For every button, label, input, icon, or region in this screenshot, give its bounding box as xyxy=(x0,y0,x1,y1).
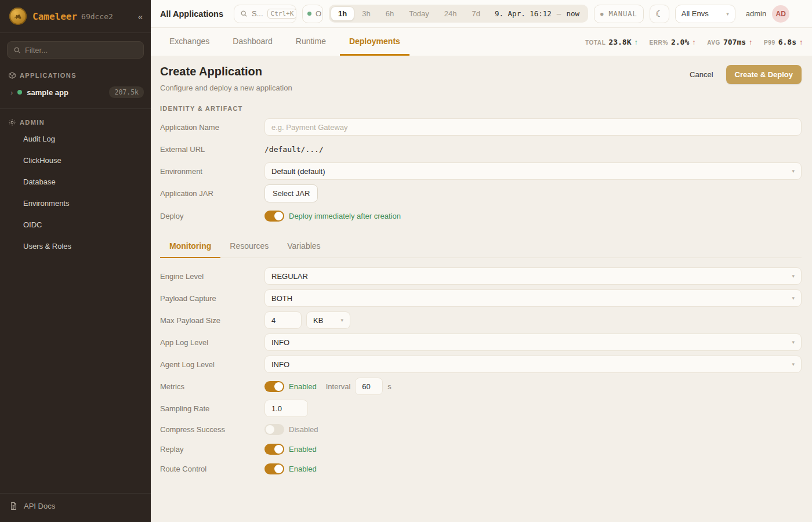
tab-exchanges[interactable]: Exchanges xyxy=(160,28,219,56)
sidebar-header: Cameleer 69dcce2 « xyxy=(0,0,151,33)
trend-up-icon: ↑ xyxy=(635,38,638,46)
range-start: 9. Apr. 16:12 xyxy=(495,9,552,18)
nav-tab-bar: Exchanges Dashboard Runtime Deployments … xyxy=(151,28,812,56)
external-url-value: /default/.../ xyxy=(264,145,324,154)
cancel-button[interactable]: Cancel xyxy=(684,66,719,84)
max-payload-size-label: Max Payload Size xyxy=(160,316,264,325)
environment-dropdown[interactable]: Default (default) ▾ xyxy=(264,162,802,180)
sidebar-item-oidc[interactable]: OIDC xyxy=(0,216,151,234)
api-docs-link[interactable]: API Docs xyxy=(0,493,151,522)
compress-success-toggle[interactable] xyxy=(264,424,284,435)
sidebar-item-clickhouse[interactable]: ClickHouse xyxy=(0,151,151,169)
chevron-down-icon: ▾ xyxy=(792,273,795,279)
replay-toggle[interactable] xyxy=(264,444,284,455)
replay-state: Enabled xyxy=(289,445,317,454)
tab-monitoring[interactable]: Monitoring xyxy=(160,236,220,258)
time-range-3h[interactable]: 3h xyxy=(354,6,378,21)
payload-capture-dropdown[interactable]: BOTH ▾ xyxy=(264,289,802,307)
route-control-state: Enabled xyxy=(289,465,317,473)
payload-unit-value: KB xyxy=(313,316,323,325)
app-name[interactable]: sample app xyxy=(27,88,68,97)
compress-success-state: Disabled xyxy=(289,425,318,434)
manual-mode-dot: ● xyxy=(600,11,604,17)
stat-avg: AVG 707ms ↑ xyxy=(707,38,752,46)
payload-unit-dropdown[interactable]: KB ▾ xyxy=(306,311,350,329)
agent-log-level-row: Agent Log Level INFO ▾ xyxy=(160,356,802,373)
tab-variables[interactable]: Variables xyxy=(278,236,329,258)
stat-err: ERR% 2.0% ↑ xyxy=(650,38,696,46)
environment-label: Environment xyxy=(160,167,264,176)
deploy-label: Deploy xyxy=(160,212,264,220)
app-log-level-label: App Log Level xyxy=(160,338,264,347)
admin-section-header: ADMIN xyxy=(0,109,151,130)
sidebar-item-environments[interactable]: Environments xyxy=(0,194,151,212)
sidebar-item-audit-log[interactable]: Audit Log xyxy=(0,130,151,148)
create-deploy-button[interactable]: Create & Deploy xyxy=(726,65,802,84)
chevron-down-icon: ▾ xyxy=(726,11,729,17)
global-search-button[interactable]: S... Ctrl+K xyxy=(234,5,296,23)
time-range-6h[interactable]: 6h xyxy=(378,6,401,21)
payload-capture-label: Payload Capture xyxy=(160,294,264,303)
time-range-1h[interactable]: 1h xyxy=(331,6,354,21)
sidebar-item-users-roles[interactable]: Users & Roles xyxy=(0,237,151,255)
nav-tabs: Exchanges Dashboard Runtime Deployments xyxy=(160,28,409,56)
username-label: admin xyxy=(746,9,766,18)
environment-select[interactable]: All Envs ▾ xyxy=(675,5,735,23)
interval-input[interactable] xyxy=(355,378,383,395)
metrics-state: Enabled xyxy=(289,382,317,391)
filter-input[interactable]: Filter... xyxy=(7,41,144,59)
search-placeholder: S... xyxy=(252,9,263,18)
stat-total-value: 23.8K xyxy=(608,38,631,46)
online-status-button[interactable]: O xyxy=(302,5,323,23)
online-status-dot xyxy=(307,12,311,16)
sampling-rate-label: Sampling Rate xyxy=(160,404,264,413)
avatar[interactable]: AD xyxy=(772,5,789,23)
stat-err-label: ERR% xyxy=(650,39,668,46)
metrics-toggle[interactable] xyxy=(264,381,284,392)
chevron-right-icon[interactable]: › xyxy=(10,88,13,97)
stat-total: TOTAL 23.8K ↑ xyxy=(585,38,638,46)
filter-placeholder: Filter... xyxy=(25,46,48,55)
sidebar-collapse-icon[interactable]: « xyxy=(138,12,143,21)
sidebar-item-sample-app[interactable]: › sample app 207.5k xyxy=(0,83,151,102)
time-range-selector: 1h 3h 6h Today 24h 7d 9. Apr. 16:12 – no… xyxy=(329,5,588,23)
refresh-mode-button[interactable]: ● MANUAL xyxy=(594,5,644,23)
route-control-toggle[interactable] xyxy=(264,463,284,474)
time-range-24h[interactable]: 24h xyxy=(437,6,465,21)
agent-log-level-dropdown[interactable]: INFO ▾ xyxy=(264,356,802,373)
api-docs-label: API Docs xyxy=(24,502,55,510)
engine-level-row: Engine Level REGULAR ▾ xyxy=(160,267,802,285)
deploy-toggle[interactable] xyxy=(264,211,284,222)
environment-dropdown-value: Default (default) xyxy=(271,167,325,176)
main-area: All Applications S... Ctrl+K O 1h 3h 6h … xyxy=(151,0,812,522)
payload-capture-row: Payload Capture BOTH ▾ xyxy=(160,289,802,307)
max-payload-size-input[interactable] xyxy=(264,311,302,329)
time-range-display[interactable]: 9. Apr. 16:12 – now xyxy=(488,9,586,18)
time-range-7d[interactable]: 7d xyxy=(465,6,488,21)
sampling-rate-input[interactable] xyxy=(264,400,308,417)
interval-label: Interval xyxy=(326,382,351,391)
app-log-level-dropdown[interactable]: INFO ▾ xyxy=(264,334,802,351)
application-name-input[interactable] xyxy=(264,118,802,136)
tab-resources[interactable]: Resources xyxy=(220,236,278,258)
chevron-down-icon: ▾ xyxy=(340,317,343,323)
sidebar-item-database[interactable]: Database xyxy=(0,173,151,191)
select-jar-button[interactable]: Select JAR xyxy=(264,184,318,202)
time-range-today[interactable]: Today xyxy=(401,6,437,21)
interval-unit: s xyxy=(387,382,392,391)
app-log-level-value: INFO xyxy=(271,338,289,347)
chevron-down-icon: ▾ xyxy=(792,339,795,345)
tab-deployments[interactable]: Deployments xyxy=(340,28,409,56)
sidebar: Cameleer 69dcce2 « Filter... APPLICATION… xyxy=(0,0,151,522)
trend-up-icon: ↑ xyxy=(799,38,803,46)
stat-p99: P99 6.8s ↑ xyxy=(764,38,803,46)
tab-dashboard[interactable]: Dashboard xyxy=(223,28,282,56)
engine-level-dropdown[interactable]: REGULAR ▾ xyxy=(264,267,802,285)
dark-mode-toggle[interactable]: ☾ xyxy=(650,5,669,23)
agent-log-level-label: Agent Log Level xyxy=(160,360,264,369)
page-context-title: All Applications xyxy=(160,9,223,19)
chevron-down-icon: ▾ xyxy=(792,361,795,367)
tab-runtime[interactable]: Runtime xyxy=(287,28,335,56)
app-status-dot xyxy=(17,90,22,95)
environment-row: Environment Default (default) ▾ xyxy=(160,162,802,180)
